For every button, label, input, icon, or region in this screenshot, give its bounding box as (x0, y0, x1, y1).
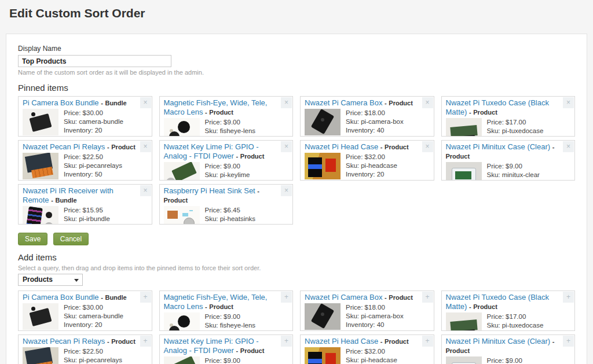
product-thumbnail (446, 312, 482, 331)
add-item-button[interactable]: + (140, 292, 151, 303)
pinned-product-card[interactable]: × Raspberry Pi Heat Sink Set - Product P… (159, 184, 294, 225)
product-title-link[interactable]: Nwazet Pecan Pi Relays (23, 142, 105, 151)
remove-item-button[interactable]: × (563, 141, 574, 152)
product-type-label: Bundle (105, 294, 126, 301)
product-title-link[interactable]: Nwazet Pi Head Case (305, 142, 378, 151)
price-label: Price: (64, 109, 80, 116)
product-details: Price: $9.00 Sku: fisheye-lens Inventory… (205, 118, 256, 137)
product-title-line: Nwazet Key Lime Pi: GPIO - Analog - FTDI… (164, 337, 289, 355)
remove-item-button[interactable]: × (140, 97, 151, 108)
sku-value: pi-pecanrelays (79, 356, 122, 363)
remove-item-button[interactable]: × (422, 97, 433, 108)
addable-product-card[interactable]: + Nwazet Pi Head Case - Product Price: $… (300, 334, 434, 364)
inventory-label: Inventory: (205, 136, 235, 137)
sku-label: Sku: (346, 356, 359, 363)
product-details: Price: $22.50 Sku: pi-pecanrelays Invent… (64, 347, 122, 364)
sku-label: Sku: (64, 215, 77, 222)
add-items-hint: Select a query, then drag and drop items… (18, 264, 575, 271)
remove-item-button[interactable]: × (140, 185, 151, 196)
inventory-label: Inventory: (487, 180, 517, 181)
addable-product-card[interactable]: + Nwazet Pecan Pi Relays - Product Price… (18, 334, 152, 364)
title-type-separator: - (205, 303, 207, 310)
product-title-line: Nwazet Pi Tuxedo Case (Black Matte) - Pr… (446, 293, 571, 311)
addable-product-card[interactable]: + Nwazet Pi Minitux Case (Clear) - Produ… (441, 334, 576, 364)
title-type-separator: - (552, 144, 555, 150)
addable-product-card[interactable]: + Pi Camera Box Bundle - Bundle Price: $… (18, 291, 152, 331)
price-label: Price: (64, 304, 80, 311)
query-select[interactable]: Products (18, 274, 83, 286)
title-type-separator: - (107, 338, 109, 345)
pinned-product-card[interactable]: × Nwazet Key Lime Pi: GPIO - Analog - FT… (159, 140, 294, 181)
add-item-button[interactable]: + (281, 292, 292, 303)
remove-item-button[interactable]: × (281, 185, 292, 196)
product-type-label: Product (473, 303, 497, 310)
product-card-body: Price: $30.00 Sku: camera-bundle Invento… (23, 109, 148, 135)
product-title-line: Magnetic Fish-Eye, Wide, Tele, Macro Len… (164, 293, 289, 311)
pinned-product-card[interactable]: × Magnetic Fish-Eye, Wide, Tele, Macro L… (159, 96, 294, 137)
remove-item-button[interactable]: × (422, 141, 433, 152)
pinned-product-card[interactable]: × Pi Camera Box Bundle - Bundle Price: $… (18, 96, 152, 137)
save-button[interactable]: Save (18, 233, 47, 245)
inventory-label: Inventory: (346, 171, 375, 178)
cancel-button[interactable]: Cancel (53, 233, 89, 245)
product-title-link[interactable]: Pi Camera Box Bundle (23, 98, 99, 107)
add-item-button[interactable]: + (563, 336, 574, 347)
inventory-label: Inventory: (64, 127, 93, 134)
pinned-product-card[interactable]: × Nwazet Pecan Pi Relays - Product Price… (18, 140, 152, 181)
sku-value: pi-headcase (361, 356, 397, 363)
add-item-button[interactable]: + (563, 292, 574, 303)
inventory-label: Inventory: (205, 224, 235, 225)
product-thumbnail (164, 206, 200, 225)
remove-item-button[interactable]: × (281, 97, 292, 108)
addable-product-card[interactable]: + Nwazet Key Lime Pi: GPIO - Analog - FT… (159, 334, 294, 364)
product-title-link[interactable]: Pi Camera Box Bundle (23, 293, 99, 302)
product-thumbnail (305, 303, 341, 330)
product-title-link[interactable]: Raspberry Pi Heat Sink Set (164, 186, 255, 195)
sku-value: pi-tuxedocase (502, 322, 544, 329)
inventory-value: 20 (95, 127, 103, 134)
remove-item-button[interactable]: × (563, 97, 574, 108)
title-type-separator: - (205, 109, 207, 116)
price-label: Price: (205, 357, 222, 364)
price-value: $9.00 (224, 357, 240, 364)
sku-value: camera-bundle (79, 118, 123, 125)
add-item-button[interactable]: + (281, 336, 292, 347)
pinned-product-card[interactable]: × Nwazet Pi Minitux Case (Clear) - Produ… (441, 140, 576, 181)
product-card-body: Price: $6.45 Sku: pi-heatsinks Inventory… (164, 206, 289, 225)
product-title-link[interactable]: Nwazet Pecan Pi Relays (23, 337, 105, 345)
pinned-product-card[interactable]: × Nwazet Pi Tuxedo Case (Black Matte) - … (441, 96, 576, 137)
price-value: $9.00 (224, 119, 240, 126)
product-details: Price: $32.00 Sku: pi-headcase Inventory… (346, 153, 397, 179)
product-type-label: Product (389, 294, 413, 301)
addable-product-card[interactable]: + Magnetic Fish-Eye, Wide, Tele, Macro L… (159, 291, 294, 331)
product-title-link[interactable]: Nwazet Pi Camera Box (305, 293, 382, 302)
product-card-body: Price: $18.00 Sku: pi-camera-box Invento… (305, 303, 430, 330)
product-title-link[interactable]: Nwazet Pi Minitux Case (Clear) (446, 337, 551, 345)
add-item-button[interactable]: + (140, 336, 151, 347)
add-item-button[interactable]: + (422, 336, 433, 347)
product-card-body: Price: $30.00 Sku: camera-bundle Invento… (23, 303, 148, 330)
price-value: $17.00 (506, 313, 526, 320)
price-value: $22.50 (83, 153, 103, 160)
addable-product-card[interactable]: + Nwazet Pi Camera Box - Product Price: … (300, 291, 434, 331)
product-title-link[interactable]: Nwazet Pi Camera Box (305, 98, 382, 107)
remove-item-button[interactable]: × (281, 141, 292, 152)
product-title-line: Nwazet Pi Tuxedo Case (Black Matte) - Pr… (446, 98, 571, 117)
pinned-product-card[interactable]: × Nwazet Pi IR Receiver with Remote - Bu… (18, 184, 152, 225)
addable-product-card[interactable]: + Nwazet Pi Tuxedo Case (Black Matte) - … (441, 291, 576, 331)
remove-item-button[interactable]: × (140, 141, 151, 152)
sku-label: Sku: (487, 127, 500, 134)
sku-value: pi-tuxedocase (502, 127, 544, 134)
sku-label: Sku: (487, 322, 500, 329)
inventory-label: Inventory: (64, 321, 93, 328)
product-title-link[interactable]: Nwazet Pi Minitux Case (Clear) (446, 142, 551, 151)
pinned-product-card[interactable]: × Nwazet Pi Camera Box - Product Price: … (300, 96, 434, 137)
inventory-label: Inventory: (346, 127, 375, 134)
product-card-body: Price: $9.00 Sku: minitux-clear Inventor… (446, 356, 571, 364)
title-type-separator: - (380, 144, 383, 150)
pinned-product-card[interactable]: × Nwazet Pi Head Case - Product Price: $… (300, 140, 434, 181)
price-value: $9.00 (224, 313, 240, 320)
product-title-link[interactable]: Nwazet Pi Head Case (305, 337, 378, 345)
display-name-input[interactable] (18, 55, 171, 67)
add-item-button[interactable]: + (422, 292, 433, 303)
